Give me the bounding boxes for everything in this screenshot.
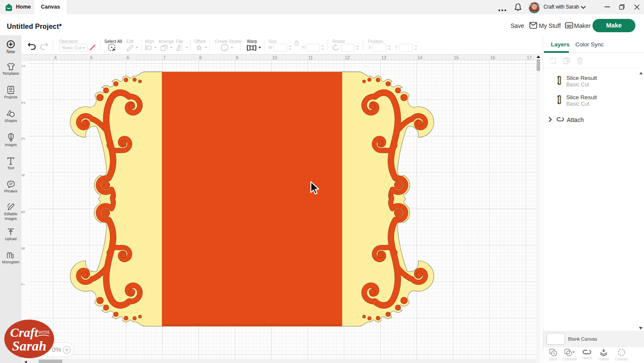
svg-text:WITH: WITH <box>38 330 49 335</box>
svg-text:Craft: Craft <box>10 325 39 339</box>
svg-text:Sarah: Sarah <box>12 338 46 354</box>
